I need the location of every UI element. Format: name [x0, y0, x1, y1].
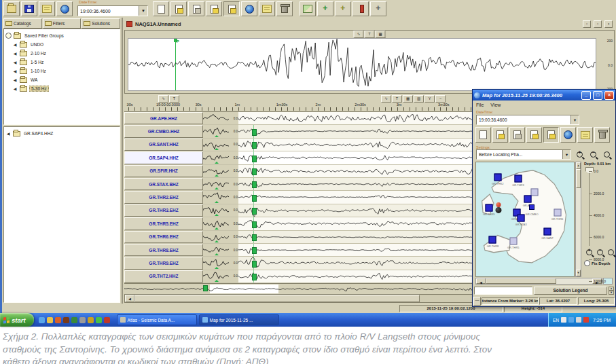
note-button[interactable]: [39, 1, 55, 16]
pick-flag-icon[interactable]: [252, 247, 257, 254]
status-grip[interactable]: —: [473, 297, 481, 306]
channel-label[interactable]: GR.THR5.EHZ: [124, 217, 203, 230]
map-button[interactable]: [300, 1, 316, 16]
expander-icon[interactable]: ◀: [12, 51, 18, 56]
start-button[interactable]: start: [0, 313, 34, 327]
map-title-bar[interactable]: Map for 2015-11-25 19:00:36.3400 _ □ ×: [473, 90, 615, 101]
pick-flag-icon[interactable]: [252, 221, 257, 228]
zoom-out-button[interactable]: −: [588, 150, 598, 159]
scroll-up-icon[interactable]: ▲: [576, 162, 581, 169]
scroll-down-icon[interactable]: ▼: [576, 270, 581, 276]
quick-launch-icon-1[interactable]: [39, 317, 45, 323]
filter-item-5-30-hz[interactable]: ◀5-30 Hz: [5, 84, 118, 93]
zoom-in-button[interactable]: +: [575, 150, 585, 159]
station-gr-thr3[interactable]: GR.THR3: [514, 175, 522, 182]
chevron-down-icon[interactable]: ▼: [562, 150, 570, 159]
filter-item-1-10-hz[interactable]: ◀1-10 Hz: [5, 67, 118, 75]
zoom-reset-button[interactable]: [606, 248, 616, 257]
pick-flag-icon[interactable]: [252, 156, 257, 162]
page-open-a-button[interactable]: [492, 127, 508, 143]
channel-label[interactable]: GR.APE.HHZ: [124, 112, 203, 124]
page-open-d-button[interactable]: [223, 1, 240, 16]
pick-flag-icon[interactable]: [252, 129, 257, 136]
station-gr-thr6[interactable]: GR.THR6: [554, 208, 561, 216]
note2-button[interactable]: [577, 127, 593, 143]
quick-launch-icon-7[interactable]: [88, 317, 94, 323]
pick-flag-icon[interactable]: [252, 168, 257, 175]
channel-label[interactable]: GR.THT2.HHZ: [124, 270, 203, 283]
filter-item-2-10-hz[interactable]: ◀2-10 Hz: [5, 49, 118, 58]
page-open-b-button[interactable]: [509, 127, 525, 143]
chevron-down-icon[interactable]: ▼: [570, 115, 579, 124]
menu-file[interactable]: File: [476, 103, 484, 107]
trash-button[interactable]: [276, 1, 293, 16]
page-open-d-button[interactable]: [543, 127, 559, 143]
map-close-button[interactable]: ×: [604, 91, 614, 100]
globe2-button[interactable]: [560, 127, 576, 143]
open-folder-button[interactable]: [3, 1, 20, 16]
pick-flag-icon[interactable]: [252, 195, 257, 202]
quick-launch-icon-8[interactable]: [96, 317, 102, 323]
tree-root-saved-filter-groups[interactable]: Saved Filter Groups: [5, 31, 118, 40]
depth-slider[interactable]: 0.02000.04000.06000.08000.010000.0 + − F…: [584, 167, 613, 277]
tray-icon-1[interactable]: [561, 317, 566, 323]
zoom-reset-button[interactable]: [602, 150, 612, 159]
station-gr-sant[interactable]: GR.SANT: [544, 228, 551, 236]
taskbar-task-1[interactable]: Atlas - Seismic Data A...: [117, 314, 197, 325]
station-unnamed[interactable]: [531, 188, 539, 196]
depth-slider-handle[interactable]: [585, 167, 594, 174]
page-open-c-button[interactable]: [206, 1, 222, 16]
tray-icon-3[interactable]: [576, 317, 581, 323]
ruler-tool-∿-button[interactable]: ∿: [158, 95, 168, 103]
channel-label[interactable]: GR.SAP4.HHZ: [124, 151, 203, 164]
menu-view[interactable]: View: [490, 103, 501, 107]
scroll-left-icon[interactable]: ◀: [125, 295, 134, 302]
expander-icon[interactable]: ◀: [12, 60, 18, 65]
pick-flag-icon[interactable]: [252, 142, 257, 149]
table-tool-▥-button[interactable]: ▥: [414, 95, 424, 103]
ruler-tool-T-button[interactable]: T: [169, 95, 179, 103]
save-button[interactable]: [21, 1, 37, 16]
map-maximize-button[interactable]: □: [593, 91, 602, 100]
table-tool-▦-button[interactable]: ▦: [403, 95, 413, 103]
globe2-button[interactable]: [241, 1, 257, 16]
station-gr-thr5[interactable]: GR.THR5: [509, 237, 517, 244]
scroll-thumb[interactable]: [486, 278, 556, 284]
page-open-c-button[interactable]: [526, 127, 542, 143]
channel-label[interactable]: GR.STAX.BHZ: [124, 178, 203, 190]
trash-button[interactable]: [594, 127, 610, 143]
scroll-thumb[interactable]: [576, 169, 581, 188]
phase-combobox[interactable]: Before Locating Pha... ▼: [476, 149, 571, 160]
scroll-left-icon[interactable]: ◀: [476, 278, 486, 284]
tab-solutions[interactable]: Solutions: [81, 18, 120, 29]
chevron-down-icon[interactable]: ▼: [139, 6, 147, 16]
pick-flag-icon[interactable]: [252, 181, 257, 188]
legend-spinner[interactable]: ▲▼: [609, 287, 614, 295]
channel-label[interactable]: GR.THR6.EHZ: [124, 231, 203, 243]
table-tool-Y-button[interactable]: Y: [424, 95, 435, 103]
event-marker-pin[interactable]: [496, 207, 502, 213]
map-viewport[interactable]: GR.THR2GR.THR3GR.APEGR.CMBOGR.THR9GR.SAP…: [475, 162, 575, 277]
pick-c-button[interactable]: [370, 1, 386, 16]
channel-label[interactable]: GR.THR3.EHZ: [124, 204, 203, 217]
zoom-in-button[interactable]: +: [584, 248, 594, 257]
station-gr-cmbo[interactable]: GR.CMBO: [529, 204, 535, 210]
radio-icon[interactable]: [584, 260, 590, 266]
channel-label[interactable]: GR.SANT.HHZ: [124, 139, 203, 151]
expander-icon[interactable]: ◀: [12, 86, 18, 91]
expander-icon[interactable]: ◀: [12, 69, 18, 73]
quick-launch-icon-2[interactable]: [47, 317, 53, 323]
tab-catalogs[interactable]: Catalogs: [3, 18, 42, 29]
page-open-a-button[interactable]: [170, 1, 187, 16]
station-gr-thr8[interactable]: GR.THR8: [489, 236, 496, 244]
quick-launch-icon-5[interactable]: [71, 317, 77, 323]
station-gr-thr2[interactable]: GR.THR2: [494, 173, 501, 181]
map-datetime-combobox[interactable]: 19:00:36.4600 ▼: [476, 115, 579, 125]
pick-flag-icon[interactable]: [252, 261, 257, 268]
language-indicator[interactable]: EN: [553, 318, 559, 323]
hydrant-button[interactable]: [352, 1, 369, 16]
station-gr-thr9[interactable]: GR.THR9: [485, 204, 492, 212]
pick-flag-icon[interactable]: [252, 208, 257, 215]
quick-launch-icon-6[interactable]: [79, 317, 86, 323]
zoom-out-button[interactable]: −: [595, 248, 605, 257]
